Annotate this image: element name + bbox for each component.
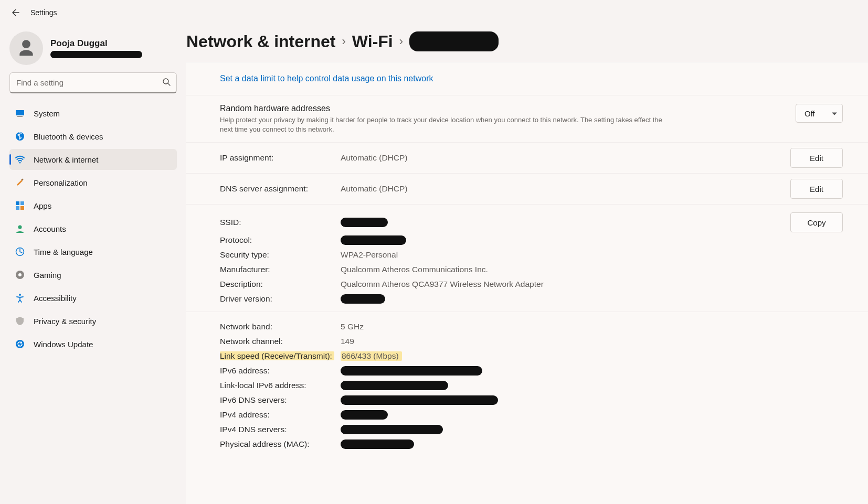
details-block-1: SSID:CopyProtocol:Security type:WPA2-Per… [186,205,868,312]
kv-line: Driver version: [220,292,843,306]
ip-assignment-edit-button[interactable]: Edit [790,148,843,168]
kv-key: IP assignment: [220,153,341,163]
kv-line: Link speed (Receive/Transmit):866/433 (M… [220,349,843,363]
sidebar-item-label: Privacy & security [34,317,96,326]
setting-title: Random hardware addresses [220,104,676,113]
svg-rect-3 [17,116,23,117]
kv-value: Qualcomm Atheros QCA9377 Wireless Networ… [341,280,544,289]
breadcrumb-level1[interactable]: Network & internet [186,32,335,51]
svg-rect-10 [20,206,24,210]
svg-rect-8 [20,201,24,205]
kv-key: Description: [220,280,341,289]
system-icon [15,108,25,119]
kv-value-redacted [341,366,482,376]
kv-line: Physical address (MAC): [220,437,843,452]
bluetooth-icon [15,131,25,142]
sidebar-item-bluetooth[interactable]: Bluetooth & devices [9,126,177,147]
kv-line: IPv6 address: [220,363,843,378]
profile-name: Pooja Duggal [50,38,142,49]
breadcrumb: Network & internet › Wi-Fi › [186,31,868,51]
globe-clock-icon [15,246,25,257]
sidebar-item-label: Gaming [34,271,61,280]
kv-line: IPv6 DNS servers: [220,393,843,408]
sidebar-item-personalization[interactable]: Personalization [9,172,177,193]
sidebar-item-accessibility[interactable]: Accessibility [9,287,177,308]
setting-desc: Help protect your privacy by making it h… [220,115,671,134]
kv-key: Physical address (MAC): [220,439,341,449]
kv-line: IPv4 DNS servers: [220,422,843,437]
kv-value: Automatic (DHCP) [341,153,407,163]
kv-value-redacted [341,218,388,227]
svg-rect-7 [16,201,19,205]
sidebar-item-label: Accessibility [34,294,77,303]
setting-random-hw: Random hardware addresses Help protect y… [186,95,868,143]
kv-line: Protocol: [220,233,843,248]
svg-point-16 [16,340,24,348]
kv-line: Network channel:149 [220,334,843,349]
kv-key: Protocol: [220,235,341,245]
sidebar-item-accounts[interactable]: Accounts [9,218,177,239]
kv-key: Link-local IPv6 address: [220,381,341,390]
gaming-icon [15,270,25,280]
sidebar-item-system[interactable]: System [9,103,177,124]
random-hw-dropdown[interactable]: Off [796,104,843,123]
breadcrumb-level2[interactable]: Wi-Fi [352,32,393,51]
profile-text: Pooja Duggal [50,38,142,58]
kv-line: Manufacturer:Qualcomm Atheros Communicat… [220,262,843,277]
sidebar-item-label: Personalization [34,178,88,187]
kv-key: SSID: [220,218,341,227]
sidebar-item-label: Accounts [34,224,66,233]
sidebar-item-label: System [34,109,60,118]
update-icon [15,339,25,349]
chevron-right-icon: › [399,35,403,48]
dropdown-value: Off [805,109,815,118]
kv-value: WPA2-Personal [341,250,398,260]
kv-value-redacted [341,294,385,304]
kv-value: 866/433 (Mbps) [341,351,402,361]
sidebar-item-network[interactable]: Network & internet [9,149,177,170]
kv-key: Network band: [220,322,341,331]
profile-email-redacted [50,51,142,58]
details-block-2: Network band:5 GHzNetwork channel:149Lin… [186,312,868,457]
accounts-icon [15,223,25,234]
sidebar-item-apps[interactable]: Apps [9,195,177,216]
kv-key: Manufacturer: [220,265,341,274]
wifi-icon [15,154,25,165]
sidebar-item-label: Bluetooth & devices [34,132,103,141]
svg-rect-2 [16,110,24,115]
sidebar: Pooja Duggal System Bluetooth & devices … [0,25,186,504]
kv-value-redacted [341,410,388,420]
search-wrap [9,72,177,93]
svg-point-5 [19,162,21,164]
data-limit-link[interactable]: Set a data limit to help control data us… [186,62,868,95]
breadcrumb-level3-redacted [409,31,499,51]
kv-value-redacted [341,381,448,390]
svg-point-11 [18,226,22,229]
paintbrush-icon [15,177,25,188]
content: Network & internet › Wi-Fi › Set a data … [186,25,868,504]
kv-value: Automatic (DHCP) [341,184,407,194]
kv-value-redacted [341,425,443,434]
kv-line: IPv4 address: [220,408,843,422]
dns-assignment-edit-button[interactable]: Edit [790,179,843,199]
kv-line: SSID:Copy [220,212,843,233]
kv-value: 5 GHz [341,322,364,331]
svg-point-15 [19,294,21,296]
profile-block[interactable]: Pooja Duggal [9,31,186,65]
sidebar-item-privacy[interactable]: Privacy & security [9,310,177,331]
kv-key: Link speed (Receive/Transmit): [220,351,334,360]
copy-button[interactable]: Copy [790,212,843,232]
sidebar-item-gaming[interactable]: Gaming [9,264,177,285]
arrow-left-icon [12,8,20,17]
search-input[interactable] [9,72,177,93]
sidebar-item-windows-update[interactable]: Windows Update [9,334,177,355]
kv-key: DNS server assignment: [220,184,341,194]
sidebar-item-label: Windows Update [34,340,93,349]
sidebar-item-time-language[interactable]: Time & language [9,241,177,262]
kv-line: Security type:WPA2-Personal [220,248,843,262]
kv-key: IPv6 address: [220,366,341,376]
kv-line: Link-local IPv6 address: [220,378,843,393]
kv-line: Description:Qualcomm Atheros QCA9377 Wir… [220,277,843,292]
back-button[interactable] [9,6,22,19]
sidebar-item-label: Apps [34,201,51,210]
